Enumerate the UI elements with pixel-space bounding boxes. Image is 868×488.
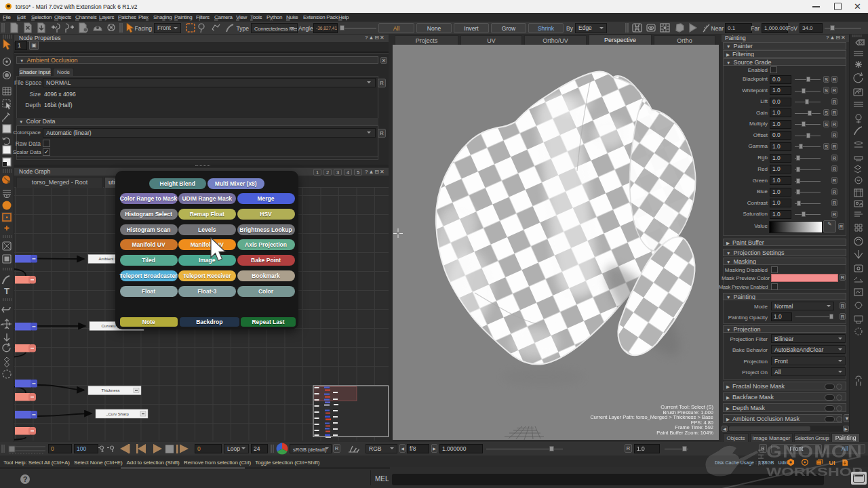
svg-text:Thickness: Thickness — [101, 388, 119, 392]
svg-text:UI: UI — [829, 459, 835, 466]
svg-text:T: T — [4, 286, 9, 296]
svg-text:Curvatu: Curvatu — [101, 324, 115, 328]
svg-text:_Curv Sharp: _Curv Sharp — [105, 412, 129, 416]
svg-text:Paint Buffer Zoom: 104%: Paint Buffer Zoom: 104% — [656, 430, 713, 436]
